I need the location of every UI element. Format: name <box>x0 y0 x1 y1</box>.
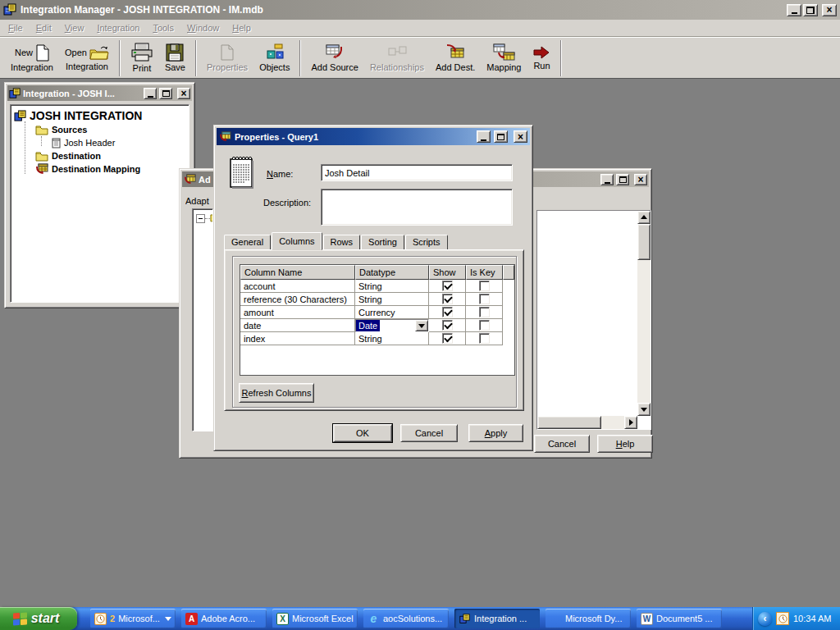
show-checkbox[interactable] <box>442 294 453 304</box>
datatype-combobox[interactable]: Date <box>355 319 429 332</box>
cancel-button[interactable]: Cancel <box>400 424 458 442</box>
iskey-checkbox[interactable] <box>479 320 490 331</box>
iskey-checkbox[interactable] <box>479 281 490 291</box>
vertical-scrollbar[interactable] <box>637 211 651 416</box>
print-button[interactable]: Print <box>125 39 159 77</box>
integration-window-icon <box>9 88 21 99</box>
task-adobe-acrobat[interactable]: A Adobe Acro... <box>181 609 267 628</box>
iskey-checkbox[interactable] <box>479 307 490 317</box>
mapping-button[interactable]: Mapping <box>481 39 527 77</box>
combo-dropdown-icon[interactable] <box>415 320 428 331</box>
horizontal-scrollbar[interactable] <box>537 416 637 429</box>
header-datatype[interactable]: Datatype <box>355 265 429 280</box>
show-checkbox[interactable] <box>442 281 453 291</box>
table-row-reference[interactable]: reference (30 Characters) String <box>240 293 514 306</box>
horizontal-scroll-thumb[interactable] <box>537 416 601 429</box>
header-is-key[interactable]: Is Key <box>466 265 503 280</box>
scroll-up-icon[interactable] <box>637 211 651 224</box>
ok-button[interactable]: OK <box>333 424 392 442</box>
table-arrow-in-icon <box>445 43 466 62</box>
menu-help[interactable]: Help <box>226 21 258 35</box>
tab-scripts[interactable]: Scripts <box>405 235 448 250</box>
save-button[interactable]: Save <box>159 39 191 77</box>
minimize-button[interactable] <box>787 4 801 16</box>
scroll-right-icon[interactable] <box>624 416 637 429</box>
adapter-maximize-button[interactable] <box>616 174 629 185</box>
vertical-scroll-thumb[interactable] <box>637 224 651 260</box>
menu-tools[interactable]: Tools <box>146 21 180 35</box>
add-dest-button[interactable]: Add Dest. <box>430 39 481 77</box>
query-icon <box>219 131 231 142</box>
adapter-help-button[interactable]: Help <box>597 435 653 453</box>
apply-button[interactable]: Apply <box>468 424 523 442</box>
new-integration-button[interactable]: New Integration <box>5 39 59 77</box>
adapter-close-button[interactable]: × <box>634 174 647 185</box>
task-microsoft-excel[interactable]: X Microsoft Excel <box>272 609 358 628</box>
dialog-close-button[interactable]: × <box>514 130 527 143</box>
tree-node-sources[interactable]: Sources <box>12 123 187 136</box>
tab-columns[interactable]: Columns <box>272 232 322 250</box>
add-source-button[interactable]: Add Source <box>305 39 363 77</box>
tray-clock-icon[interactable] <box>776 612 789 625</box>
menu-file[interactable]: File <box>2 21 30 35</box>
integration-node-icon <box>14 110 26 122</box>
tree-node-destination[interactable]: Destination <box>12 149 187 162</box>
toolbar-separator <box>560 40 562 76</box>
properties-button: Properties <box>201 39 253 77</box>
group-dropdown-icon[interactable] <box>165 617 171 621</box>
tree-minimize-button[interactable] <box>144 88 157 99</box>
table-row-index[interactable]: index String <box>240 332 514 345</box>
collapse-box-icon[interactable] <box>196 214 205 223</box>
objects-button[interactable]: Objects <box>253 39 295 77</box>
dialog-minimize-button[interactable] <box>477 130 491 143</box>
show-checkbox[interactable] <box>442 320 453 331</box>
hidden-icons-chevron-icon[interactable]: ‹ <box>758 612 772 626</box>
name-input[interactable] <box>321 164 513 181</box>
tab-sorting[interactable]: Sorting <box>361 235 404 250</box>
table-row-date[interactable]: date Date <box>240 319 514 332</box>
iskey-checkbox[interactable] <box>479 333 490 344</box>
tree-close-button[interactable]: × <box>177 88 190 99</box>
excel-icon: X <box>276 613 289 625</box>
start-button[interactable]: start <box>0 607 77 630</box>
iskey-checkbox[interactable] <box>479 294 490 304</box>
menu-integration[interactable]: Integration <box>90 21 146 35</box>
task-document5[interactable]: W Document5 ... <box>637 609 722 628</box>
task-aocsolutions[interactable]: e aocSolutions... <box>363 609 449 628</box>
refresh-columns-button[interactable]: Refresh Columns <box>239 383 314 403</box>
description-input[interactable] <box>321 189 513 226</box>
run-button[interactable]: Run <box>527 39 556 77</box>
header-column-name[interactable]: Column Name <box>240 265 355 280</box>
scroll-down-icon[interactable] <box>637 403 651 416</box>
tree-node-destination-mapping[interactable]: Destination Mapping <box>12 162 187 176</box>
restore-button[interactable] <box>803 4 818 16</box>
close-button[interactable]: × <box>822 4 837 16</box>
tree-root-josh-integration[interactable]: JOSH INTEGRATION <box>12 108 187 123</box>
show-checkbox[interactable] <box>442 307 453 317</box>
tab-general[interactable]: General <box>224 235 271 250</box>
main-window-titlebar: Integration Manager - JOSH INTEGRATION -… <box>0 0 840 20</box>
show-checkbox[interactable] <box>442 333 453 344</box>
tree-node-josh-header[interactable]: Josh Header <box>12 136 187 149</box>
task-grouped-microsoft[interactable]: 2 Microsof... <box>90 609 176 628</box>
task-integration-manager[interactable]: Integration ... <box>454 609 540 628</box>
table-row-amount[interactable]: amount Currency <box>240 306 514 319</box>
adapter-minimize-button[interactable] <box>600 174 614 185</box>
tree-maximize-button[interactable] <box>159 88 172 99</box>
objects-icon <box>264 43 285 62</box>
header-show[interactable]: Show <box>429 265 466 280</box>
menu-edit[interactable]: Edit <box>30 21 58 35</box>
adapter-list-content[interactable] <box>537 211 637 416</box>
menu-window[interactable]: Window <box>180 21 226 35</box>
acrobat-icon: A <box>185 613 198 625</box>
table-row-account[interactable]: account String <box>240 280 514 293</box>
tree-window-title: Integration - JOSH I... <box>23 89 141 98</box>
tab-rows[interactable]: Rows <box>323 235 361 250</box>
relationships-button: Relationships <box>364 39 430 77</box>
dialog-maximize-button[interactable] <box>494 130 508 143</box>
menu-view[interactable]: View <box>58 21 91 35</box>
open-integration-button[interactable]: Open Integration <box>59 39 115 77</box>
task-microsoft-dynamics[interactable]: Microsoft Dy... <box>546 609 631 628</box>
adapter-cancel-button[interactable]: Cancel <box>534 435 590 453</box>
integration-icon <box>459 613 471 625</box>
